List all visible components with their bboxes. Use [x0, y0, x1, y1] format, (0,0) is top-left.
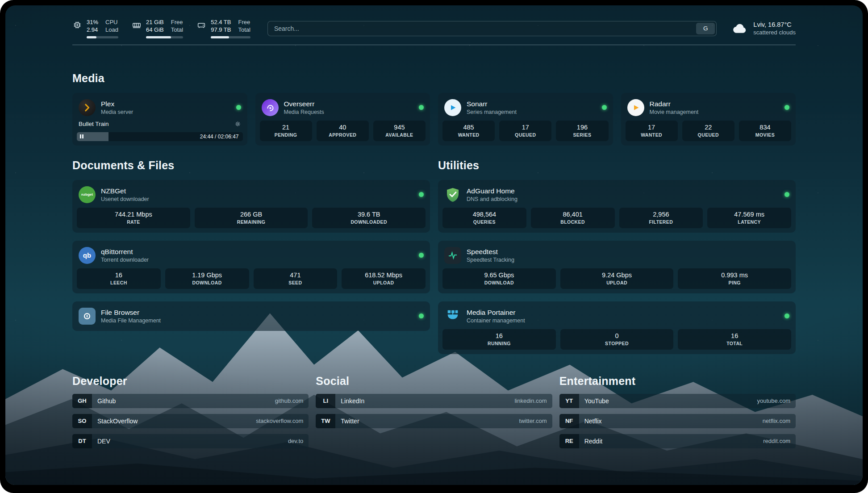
bookmark-twitter[interactable]: TW Twitter twitter.com — [316, 414, 552, 428]
stat-queries: 498,564 QUERIES — [442, 208, 526, 228]
topbar-divider — [72, 45, 796, 45]
bookmark-netflix[interactable]: NF Netflix netflix.com — [559, 414, 796, 428]
dashboard-screen: 31% 2.94 CPU Load — [5, 5, 863, 485]
stat-total: 16 TOTAL — [678, 329, 791, 350]
status-dot — [419, 253, 424, 258]
cpu-progress-fill — [87, 36, 96, 38]
disk-free-value: 52.4 TB — [211, 19, 231, 26]
stat-running: 16 RUNNING — [442, 329, 556, 350]
stat-movies: 834 MOVIES — [739, 121, 791, 141]
bookmark-group-title: Social — [316, 375, 552, 388]
service-name: NZBGet — [101, 187, 149, 195]
disk-total-value: 97.9 TB — [211, 26, 231, 34]
service-card-nzbget[interactable]: nzbget NZBGet Usenet downloader 744.21 M… — [72, 180, 430, 233]
search-bar: G — [267, 21, 717, 36]
bookmark-name: YouTube — [584, 397, 609, 405]
service-subtitle: Series management — [467, 109, 517, 115]
bookmark-group-developer: Developer GH Github github.com SO StackO… — [72, 375, 309, 454]
stat-downloaded: 39.6 TB DOWNLOADED — [312, 208, 426, 228]
gear-icon[interactable] — [234, 121, 241, 127]
bookmark-name: Netflix — [584, 418, 602, 425]
bookmark-name: Github — [97, 397, 116, 405]
service-name: File Browser — [101, 309, 161, 317]
service-card-radarr[interactable]: Radarr Movie management 17 WANTED 22 QUE… — [621, 93, 796, 146]
qbittorrent-icon: qb — [79, 247, 96, 264]
service-name: Media Portainer — [467, 309, 525, 317]
stat-wanted: 17 WANTED — [626, 121, 678, 141]
playback-time: 24:44 / 02:06:47 — [200, 134, 243, 140]
stat-download: 1.19 Gbps DOWNLOAD — [165, 268, 249, 289]
cloud-icon — [732, 21, 748, 37]
stat-upload: 9.24 Gbps UPLOAD — [560, 268, 674, 289]
stat-latency: 47.569 ms LATENCY — [707, 208, 791, 228]
bookmark-youtube[interactable]: YT YouTube youtube.com — [559, 394, 796, 408]
service-card-filebrowser[interactable]: File Browser Media File Management — [72, 301, 430, 331]
cpu-load-label: Load — [105, 26, 118, 34]
service-name: Sonarr — [467, 100, 517, 108]
service-name: AdGuard Home — [467, 187, 517, 195]
disk-progress-fill — [211, 36, 229, 38]
bookmark-group-social: Social LI LinkedIn linkedin.com TW Twitt… — [316, 375, 552, 434]
service-card-portainer[interactable]: Media Portainer Container management 16 … — [438, 301, 796, 354]
status-dot — [419, 192, 424, 197]
bookmark-domain: netflix.com — [763, 418, 790, 424]
service-card-sonarr[interactable]: Sonarr Series management 485 WANTED 17 Q… — [438, 93, 613, 146]
bookmark-domain: twitter.com — [519, 418, 547, 424]
service-card-plex[interactable]: Plex Media server Bullet Train — [72, 93, 247, 146]
section-documents-files: Documents & Files nzbget NZBGet Usenet d… — [72, 159, 430, 331]
cpu-progress-bar — [87, 36, 118, 38]
disk-widget: 52.4 TB 97.9 TB Free Total — [196, 19, 250, 38]
bookmark-group-entertainment: Entertainment YT YouTube youtube.com NF … — [559, 375, 796, 454]
bookmark-domain: reddit.com — [763, 438, 790, 444]
weather-location-temp: Lviv, 16.87°C — [753, 21, 796, 28]
service-card-overseerr[interactable]: Overseerr Media Requests 21 PENDING 40 A… — [255, 93, 430, 146]
service-subtitle: DNS and adblocking — [467, 196, 517, 202]
status-dot — [785, 192, 789, 197]
search-provider-button[interactable]: G — [696, 23, 715, 34]
bookmark-github[interactable]: GH Github github.com — [72, 394, 309, 408]
memory-free-value: 21 GiB — [146, 19, 164, 26]
bookmark-linkedin[interactable]: LI LinkedIn linkedin.com — [316, 394, 552, 408]
status-dot — [785, 105, 789, 110]
search-input[interactable] — [274, 25, 696, 32]
service-subtitle: Speedtest Tracking — [467, 257, 514, 263]
stat-remaining: 266 GB REMAINING — [195, 208, 308, 228]
bookmark-abbr: GH — [72, 394, 92, 408]
weather-widget: Lviv, 16.87°C scattered clouds — [732, 21, 796, 37]
bookmark-reddit[interactable]: RE Reddit reddit.com — [559, 434, 796, 448]
section-utilities: Utilities — [438, 159, 796, 354]
bookmark-abbr: LI — [316, 394, 335, 408]
bookmark-name: DEV — [97, 438, 110, 445]
service-card-qbittorrent[interactable]: qb qBittorrent Torrent downloader 16 LEE… — [72, 241, 430, 293]
service-card-speedtest[interactable]: Speedtest Speedtest Tracking 9.65 Gbps D… — [438, 241, 796, 293]
bookmark-domain: github.com — [275, 397, 304, 404]
service-card-adguard[interactable]: AdGuard Home DNS and adblocking 498,564 … — [438, 180, 796, 233]
pause-icon[interactable] — [80, 134, 83, 138]
bookmark-dev[interactable]: DT DEV dev.to — [72, 434, 309, 448]
playback-progress-bar[interactable]: 24:44 / 02:06:47 — [77, 132, 243, 141]
cpu-percent: 31% — [87, 19, 98, 26]
bookmark-name: Reddit — [584, 438, 602, 445]
bookmark-abbr: DT — [72, 434, 92, 448]
memory-free-label: Free — [171, 19, 183, 26]
stat-blocked: 86,401 BLOCKED — [531, 208, 615, 228]
window-frame: 31% 2.94 CPU Load — [0, 0, 868, 493]
bookmark-domain: youtube.com — [757, 397, 790, 404]
stat-series: 196 SERIES — [556, 121, 608, 141]
bookmark-abbr: RE — [559, 434, 579, 448]
radarr-icon — [627, 99, 644, 116]
adguard-icon — [444, 186, 461, 203]
bookmark-abbr: SO — [72, 414, 92, 428]
bookmark-abbr: NF — [559, 414, 579, 428]
bookmark-name: Twitter — [341, 418, 359, 425]
stat-available: 945 AVAILABLE — [373, 121, 426, 141]
sonarr-icon — [444, 99, 461, 116]
memory-widget: 21 GiB 64 GiB Free Total — [132, 19, 183, 38]
cpu-chip-icon — [72, 20, 82, 30]
cpu-label: CPU — [105, 19, 118, 26]
bookmark-stackoverflow[interactable]: SO StackOverflow stackoverflow.com — [72, 414, 309, 428]
stat-wanted: 485 WANTED — [442, 121, 495, 141]
cpu-load-value: 2.94 — [87, 26, 98, 34]
disk-progress-bar — [211, 36, 250, 38]
stat-upload: 618.52 Mbps UPLOAD — [342, 268, 426, 289]
